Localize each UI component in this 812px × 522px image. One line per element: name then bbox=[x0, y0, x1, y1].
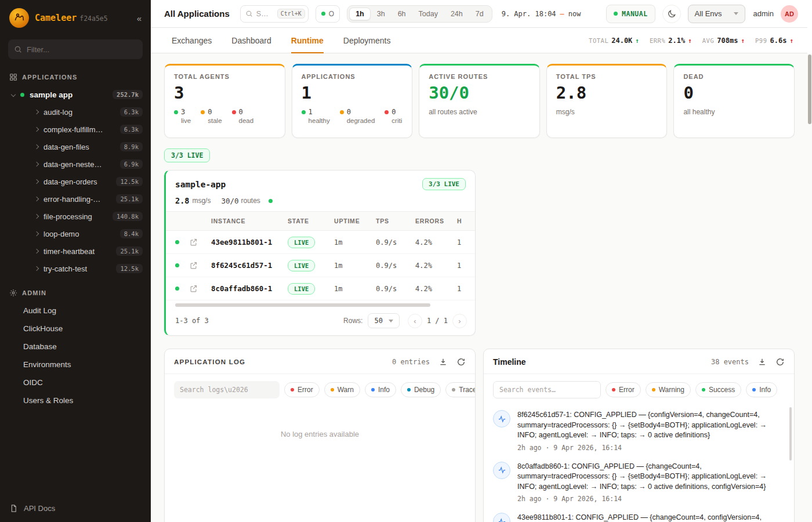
green-dot bbox=[702, 388, 705, 392]
sidebar-item-clickhouse[interactable]: ClickHouse bbox=[0, 320, 151, 338]
metric-dead: 0dead bbox=[232, 108, 254, 124]
page-scrollbar[interactable] bbox=[808, 55, 811, 124]
card-dead: DEAD 0 all healthy bbox=[673, 64, 795, 138]
tab-dashboard[interactable]: Dashboard bbox=[231, 28, 271, 53]
sidebar-tree-item[interactable]: data-gen-orders12.5k bbox=[0, 173, 151, 190]
manual-refresh-button[interactable]: MANUAL bbox=[606, 5, 655, 23]
refresh-icon[interactable] bbox=[456, 357, 466, 367]
table-row[interactable]: 8c0affadb860-1 LIVE 1m 0.9/s 4.2% 1 bbox=[166, 277, 475, 300]
time-range-6h[interactable]: 6h bbox=[392, 8, 412, 20]
environment-select[interactable]: All Envs bbox=[688, 5, 745, 23]
routes-value: 30/0 bbox=[221, 197, 238, 205]
timeline-filter-info[interactable]: Info bbox=[746, 382, 777, 397]
rows-per-page-label: Rows: bbox=[343, 317, 362, 325]
tree-item-label: loop-demo bbox=[44, 230, 79, 238]
log-search-input[interactable] bbox=[174, 381, 280, 398]
sidebar-tree-item[interactable]: complex-fulfillm…6.3k bbox=[0, 121, 151, 138]
download-icon[interactable] bbox=[438, 357, 448, 367]
sidebar-item-audit-log[interactable]: Audit Log bbox=[0, 302, 151, 320]
live-filter-chip[interactable]: 3/3 LIVE bbox=[164, 148, 210, 162]
sidebar-tree-item[interactable]: timer-heartbeat25.1k bbox=[0, 242, 151, 260]
count-badge: 12.5k bbox=[116, 177, 143, 186]
timeline-filter-error[interactable]: Error bbox=[606, 382, 641, 397]
stat-cards-row: TOTAL AGENTS 3 3live 0stale 0dead APPLIC… bbox=[164, 64, 795, 138]
timeline-event[interactable]: 8f6245c61d57-1: CONFIG_APPLIED — {config… bbox=[493, 410, 781, 452]
sidebar-tree-item[interactable]: try-catch-test12.5k bbox=[0, 260, 151, 277]
chevron-right-icon bbox=[34, 214, 39, 219]
event-timestamp: 2h ago · 9 Apr 2026, 16:14 bbox=[517, 444, 781, 452]
timeline-filter-warning[interactable]: Warning bbox=[646, 382, 691, 397]
external-link-icon[interactable] bbox=[189, 284, 198, 293]
sidebar-item-database[interactable]: Database bbox=[0, 338, 151, 356]
time-range-1h[interactable]: 1h bbox=[349, 8, 371, 20]
page-scrollbar-track bbox=[807, 0, 812, 522]
table-row[interactable]: 43ee9811b801-1 LIVE 1m 0.9/s 4.2% 1 bbox=[166, 231, 475, 254]
log-filter-info[interactable]: Info bbox=[365, 382, 396, 397]
sidebar-tree-item[interactable]: data-gen-neste…6.9k bbox=[0, 155, 151, 173]
tab-runtime[interactable]: Runtime bbox=[291, 28, 324, 53]
timeline-scrollbar[interactable] bbox=[789, 407, 792, 461]
date-range-display[interactable]: 9. Apr. 18:04 — now bbox=[502, 10, 581, 18]
chevron-right-icon bbox=[34, 179, 39, 184]
sidebar-item-sample-app[interactable]: sample app 252.7k bbox=[0, 86, 151, 103]
table-horizontal-scrollbar[interactable] bbox=[175, 303, 430, 307]
activity-icon bbox=[493, 410, 510, 427]
sidebar-tree-item[interactable]: audit-log6.3k bbox=[0, 103, 151, 121]
sidebar-item-environments[interactable]: Environments bbox=[0, 356, 151, 374]
dark-mode-toggle[interactable] bbox=[662, 5, 681, 23]
app-card-title[interactable]: sample-app bbox=[175, 180, 226, 189]
filter-input[interactable] bbox=[27, 45, 137, 54]
global-search[interactable]: S… Ctrl+K bbox=[240, 5, 309, 23]
app-version: f24a5e5 bbox=[79, 14, 107, 23]
tabbar: Exchanges Dashboard Runtime Deployments … bbox=[151, 28, 807, 53]
table-row[interactable]: 8f6245c61d57-1 LIVE 1m 0.9/s 4.2% 1 bbox=[166, 254, 475, 277]
log-empty-state: No log entries available bbox=[165, 405, 475, 438]
refresh-icon[interactable] bbox=[775, 357, 785, 367]
metric-live: 3live bbox=[174, 108, 191, 124]
sidebar-collapse-button[interactable]: « bbox=[137, 13, 142, 23]
timeline-filter-success[interactable]: Success bbox=[695, 382, 741, 397]
time-range-7d[interactable]: 7d bbox=[469, 8, 490, 20]
sidebar-tree-item[interactable]: data-gen-files8.9k bbox=[0, 138, 151, 155]
metric-critical: 0criti bbox=[385, 108, 402, 124]
next-page-button[interactable]: › bbox=[452, 314, 467, 328]
time-range-selector: 1h 3h 6h Today 24h 7d bbox=[347, 5, 492, 23]
tab-deployments[interactable]: Deployments bbox=[343, 28, 391, 53]
prev-page-button[interactable]: ‹ bbox=[408, 314, 422, 328]
time-range-24h[interactable]: 24h bbox=[444, 8, 469, 20]
chevron-right-icon bbox=[34, 266, 39, 271]
download-icon[interactable] bbox=[757, 357, 767, 367]
time-range-today[interactable]: Today bbox=[412, 8, 444, 20]
tree-item-label: complex-fulfillm… bbox=[44, 125, 103, 134]
log-filter-warn[interactable]: Warn bbox=[324, 382, 360, 397]
tab-exchanges[interactable]: Exchanges bbox=[172, 28, 212, 53]
external-link-icon[interactable] bbox=[189, 261, 198, 270]
admin-section-label: ADMIN bbox=[22, 289, 46, 296]
stat-total: TOTAL24.0K↑ bbox=[589, 37, 639, 45]
rows-per-page-select[interactable]: 50 bbox=[368, 313, 399, 328]
time-range-3h[interactable]: 3h bbox=[371, 8, 392, 20]
timeline-title: Timeline bbox=[493, 357, 526, 367]
sidebar-filter bbox=[8, 39, 143, 59]
applications-section-label: APPLICATIONS bbox=[22, 74, 77, 81]
external-link-icon[interactable] bbox=[189, 238, 198, 246]
sidebar-tree-item[interactable]: file-processing140.8k bbox=[0, 208, 151, 225]
count-badge: 252.7k bbox=[113, 90, 143, 99]
log-filter-trace[interactable]: Trace bbox=[445, 382, 476, 397]
sidebar-item-oidc[interactable]: OIDC bbox=[0, 374, 151, 392]
sidebar-tree-item[interactable]: loop-demo8.4k bbox=[0, 225, 151, 242]
online-indicator[interactable]: O bbox=[316, 5, 340, 23]
admin-section-header: ADMIN bbox=[0, 282, 151, 302]
timeline-search-input[interactable] bbox=[493, 381, 601, 398]
sidebar-tree-item[interactable]: error-handling-…25.1k bbox=[0, 190, 151, 208]
count-badge: 6.3k bbox=[120, 107, 143, 117]
timeline-event[interactable]: 43ee9811b801-1: CONFIG_APPLIED — {change… bbox=[493, 513, 781, 522]
search-icon bbox=[245, 10, 253, 17]
log-filter-error[interactable]: Error bbox=[284, 382, 320, 397]
log-filter-debug[interactable]: Debug bbox=[401, 382, 441, 397]
sidebar-item-api-docs[interactable]: API Docs bbox=[0, 495, 151, 522]
timeline-event[interactable]: 8c0affadb860-1: CONFIG_APPLIED — {change… bbox=[493, 462, 781, 503]
avatar[interactable]: AD bbox=[781, 5, 798, 23]
instance-status-dot bbox=[175, 263, 179, 267]
sidebar-item-users-roles[interactable]: Users & Roles bbox=[0, 392, 151, 409]
